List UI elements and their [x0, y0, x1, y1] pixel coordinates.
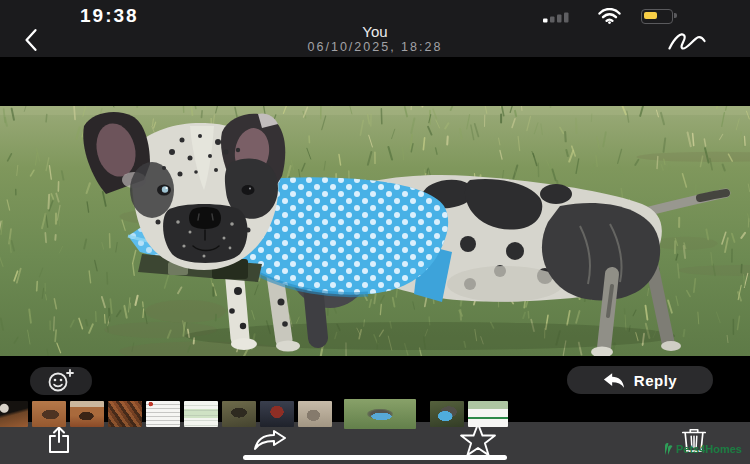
- dog-photo: [0, 106, 750, 356]
- battery-fill: [644, 12, 657, 19]
- thumbnail-document-green-band[interactable]: [184, 401, 218, 427]
- pets4homes-logo-icon: [663, 442, 674, 456]
- battery-nub: [674, 13, 677, 18]
- chevron-left-icon: [23, 28, 39, 52]
- thumbnail-dog-blue-harness[interactable]: [430, 401, 464, 427]
- thumbnail-orange-room[interactable]: [70, 401, 104, 427]
- reply-label: Reply: [634, 372, 677, 389]
- thumbnail-orange-mottled[interactable]: [108, 401, 142, 427]
- top-bar: 19:38 You 06/10/2025, 18:28: [0, 0, 750, 57]
- photo-viewer-image[interactable]: [0, 106, 750, 356]
- thumbnail-orange-floor-dog[interactable]: [32, 401, 66, 427]
- thumbnail-grass-dog-selected[interactable]: [344, 399, 416, 429]
- thumbnail-pale-dog-face[interactable]: [298, 401, 332, 427]
- reply-arrow-icon: [603, 372, 625, 389]
- thumbnail-document-green-lines[interactable]: [468, 401, 508, 427]
- thumbnail-dark-red-figure[interactable]: [260, 401, 294, 427]
- watermark-text: Pets4Homes: [676, 443, 742, 455]
- thumbnail-dark-grass-dog[interactable]: [222, 401, 256, 427]
- smiley-plus-icon: [46, 369, 76, 393]
- forward-arrow-icon: [253, 429, 287, 451]
- markup-scribble-button[interactable]: [660, 27, 714, 55]
- message-datetime: 06/10/2025, 18:28: [0, 40, 750, 54]
- home-indicator[interactable]: [243, 455, 507, 460]
- reply-button[interactable]: Reply: [567, 366, 713, 394]
- wifi-icon: [598, 8, 621, 24]
- thumbnail-dark-dog-orange[interactable]: [0, 401, 28, 427]
- scribble-markup-icon: [664, 29, 710, 53]
- nav-title-block: You 06/10/2025, 18:28: [0, 24, 750, 54]
- thumbnail-document-text[interactable]: [146, 401, 180, 427]
- cellular-signal-icon: [543, 10, 571, 23]
- battery-icon: [641, 9, 673, 24]
- thumbnail-strip: [0, 398, 508, 430]
- back-button[interactable]: [14, 24, 48, 54]
- media-viewer-screen: 19:38 You 06/10/2025, 18:28: [0, 0, 750, 464]
- status-time: 19:38: [80, 5, 139, 27]
- add-reaction-button[interactable]: [30, 367, 92, 395]
- pets4homes-watermark: Pets4Homes: [663, 442, 742, 456]
